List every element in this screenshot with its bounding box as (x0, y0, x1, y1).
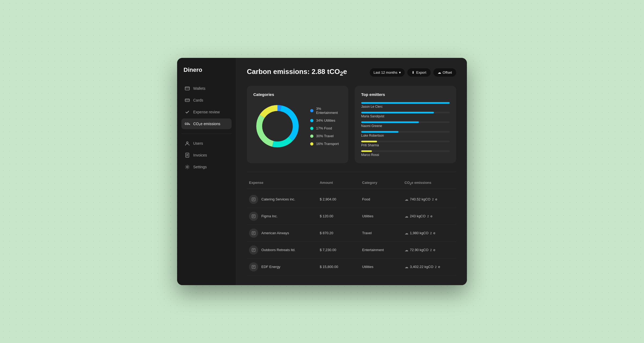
section-divider (247, 172, 456, 172)
emitter-bar-marco (361, 150, 372, 152)
emitter-bar-priti (361, 141, 377, 142)
expense-name-cell: EDF Energy (249, 262, 320, 271)
table-row: Figma Inc. $ 120.00 Utilities ☁ 243 kgCO… (247, 208, 456, 225)
sidebar: Dinero Wallets Cards (177, 58, 236, 285)
svg-point-8 (186, 166, 188, 168)
legend-label-travel: 30% Travel (316, 134, 334, 138)
sidebar-label-expense-review: Expense review (193, 110, 220, 114)
top-emitters-card: Top emitters Jason Le Clerc Maria Sandqv… (355, 86, 456, 163)
co2-icon: CO₂ (185, 121, 190, 126)
legend-dot-entertainment (310, 109, 313, 112)
emitter-bar-track (361, 141, 450, 142)
donut-chart (253, 102, 302, 150)
categories-legend: 3% Entertainment 34% Utilities 17% Food (310, 107, 342, 146)
expense-category: Travel (362, 231, 405, 235)
expense-name: EDF Energy (261, 265, 280, 269)
sidebar-item-users[interactable]: Users (181, 138, 232, 149)
legend-label-entertainment: 3% Entertainment (316, 107, 342, 115)
sidebar-divider (181, 133, 232, 134)
legend-label-utilities: 34% Utilities (316, 118, 335, 122)
expense-name-cell: Outdoors Retreats ltd. (249, 245, 320, 255)
sidebar-nav: Wallets Cards Expense review (181, 83, 232, 172)
svg-rect-1 (185, 99, 189, 102)
emitter-name-priti: Priti Sharma (361, 143, 450, 147)
expense-category: Utilities (362, 214, 405, 218)
sidebar-item-wallets[interactable]: Wallets (181, 83, 232, 94)
expense-name-cell: Figma Inc. (249, 212, 320, 221)
expense-icon (249, 212, 258, 221)
page-header: Carbon emissions: 2.88 tCO2e Last 12 mon… (247, 68, 456, 77)
sidebar-item-co2[interactable]: CO₂ CO₂e emissions (181, 118, 232, 129)
offset-button[interactable]: ☁ Offset (433, 68, 456, 77)
expenses-section: Expense Amount Category CO2e emissions C… (247, 181, 456, 275)
expense-amount: $ 15,800.00 (320, 265, 362, 269)
emitter-name-marco: Marco Rossi (361, 153, 450, 157)
export-label: Export (416, 70, 426, 74)
app-window: Dinero Wallets Cards (177, 58, 467, 285)
sidebar-label-wallets: Wallets (193, 86, 205, 91)
expense-amount: $ 120.00 (320, 214, 362, 218)
cloud-upload-icon: ☁ (405, 214, 408, 218)
table-row: Catering Services inc. $ 2,904.00 Food ☁… (247, 191, 456, 208)
expense-amount: $ 2,904.00 (320, 197, 362, 201)
cards-icon (185, 98, 190, 103)
expense-co2: ☁ 3,402.22 kgCO2e (405, 265, 454, 269)
expense-icon (249, 245, 258, 255)
legend-dot-food (310, 127, 313, 130)
emitter-bar-naomi (361, 121, 419, 123)
expense-co2: ☁ 740.52 kgCO2e (405, 197, 454, 202)
cloud-upload-icon: ☁ (405, 265, 408, 269)
svg-rect-18 (252, 215, 255, 218)
emitter-bar-track (361, 102, 450, 104)
table-row: American Airways $ 870.20 Travel ☁ 1,980… (247, 225, 456, 242)
cloud-icon: ☁ (438, 70, 441, 74)
categories-card: Categories (247, 86, 348, 163)
col-expense: Expense (249, 181, 320, 185)
legend-dot-utilities (310, 119, 313, 122)
svg-rect-21 (252, 232, 255, 235)
period-button[interactable]: Last 12 months ▾ (370, 68, 405, 77)
sidebar-label-cards: Cards (193, 98, 203, 102)
wallets-icon (185, 86, 190, 91)
sidebar-item-cards[interactable]: Cards (181, 95, 232, 106)
legend-label-transport: 16% Transport (316, 142, 339, 146)
sidebar-item-invoices[interactable]: Invoices (181, 150, 232, 161)
sidebar-item-expense-review[interactable]: Expense review (181, 107, 232, 117)
expense-name: Outdoors Retreats ltd. (261, 248, 295, 252)
emitter-item-luke: Luke Robertson (361, 131, 450, 137)
expense-icon (249, 229, 258, 238)
legend-item-travel: 30% Travel (310, 134, 342, 138)
emitter-name-maria: Maria Sandqvist (361, 114, 450, 118)
emitter-bar-luke (361, 131, 398, 133)
expense-amount: $ 7,230.00 (320, 248, 362, 252)
emitter-bar-track (361, 112, 450, 113)
expense-co2: ☁ 72.90 kgCO2e (405, 248, 454, 252)
export-button[interactable]: ⬇ Export (407, 68, 431, 77)
sidebar-item-settings[interactable]: Settings (181, 162, 232, 172)
users-icon (185, 141, 190, 146)
categories-content: 3% Entertainment 34% Utilities 17% Food (253, 102, 342, 150)
emitter-name-naomi: Naomi Greene (361, 124, 450, 128)
emitter-item-priti: Priti Sharma (361, 141, 450, 147)
col-co2: CO2e emissions (405, 181, 454, 185)
expense-name-cell: Catering Services inc. (249, 195, 320, 204)
col-amount: Amount (320, 181, 362, 185)
download-icon: ⬇ (412, 70, 415, 74)
sidebar-label-settings: Settings (193, 165, 207, 169)
emitter-bar-maria (361, 112, 434, 113)
emitter-name-jason: Jason Le Clerc (361, 105, 450, 109)
legend-dot-transport (310, 142, 313, 146)
emitter-name-luke: Luke Robertson (361, 134, 450, 137)
settings-icon (185, 164, 190, 170)
legend-item-food: 17% Food (310, 126, 342, 130)
emitter-bar-track (361, 150, 450, 152)
emitter-bar-track (361, 121, 450, 123)
expense-icon (249, 262, 258, 271)
expense-category: Entertainment (362, 248, 405, 252)
expense-category: Utilities (362, 265, 405, 269)
top-emitters-title: Top emitters (361, 92, 450, 97)
expense-name: American Airways (261, 231, 289, 235)
legend-item-utilities: 34% Utilities (310, 118, 342, 122)
sidebar-label-invoices: Invoices (193, 153, 207, 157)
table-row: Outdoors Retreats ltd. $ 7,230.00 Entert… (247, 242, 456, 259)
